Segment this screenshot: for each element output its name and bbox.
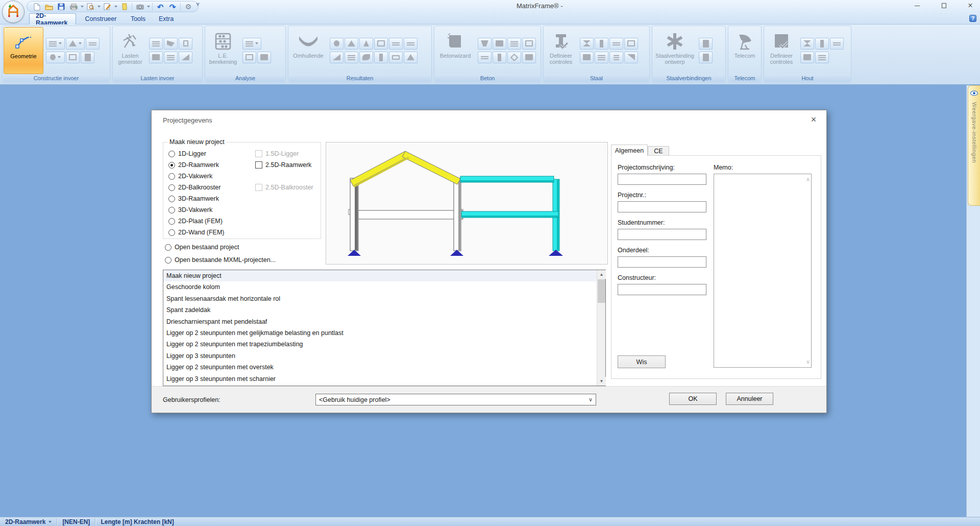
annuleer-button[interactable]: Annuleer xyxy=(726,393,773,405)
list-item[interactable]: Ligger op 3 steunpunten met scharnier xyxy=(163,373,597,385)
stress-icon xyxy=(348,54,355,60)
ribbon-group-lasten-invoer: Lasten generator Lasten invoer xyxy=(112,26,203,83)
print-preview-dropdown-icon[interactable] xyxy=(97,6,101,8)
radio-2d-plaat-fem[interactable]: 2D-Plaat (FEM) xyxy=(168,217,223,225)
close-button[interactable]: × xyxy=(964,1,977,10)
tab-extra[interactable]: Extra xyxy=(152,13,180,25)
dialog-close-icon[interactable]: × xyxy=(807,113,820,126)
radio-2d-raamwerk[interactable]: 2D-Raamwerk xyxy=(168,161,219,169)
script-icon[interactable] xyxy=(118,2,130,12)
scroll-up-icon[interactable]: ▲ xyxy=(597,270,606,279)
reaction-icon xyxy=(334,40,339,46)
radio-open-bestaand-project[interactable]: Open bestaand project xyxy=(165,243,239,251)
radio-2d-vakwerk[interactable]: 2D-Vakwerk xyxy=(168,172,212,180)
radio-2d-wand-fem[interactable]: 2D-Wand (FEM) xyxy=(168,228,225,236)
wis-button[interactable]: Wis xyxy=(618,355,666,368)
ribbon-group-analyse: L.E. berekening Analyse xyxy=(205,26,286,83)
new-document-icon[interactable] xyxy=(31,2,42,12)
radio-3d-vakwerk[interactable]: 3D-Vakwerk xyxy=(168,206,212,214)
tab-construeer[interactable]: Construeer xyxy=(79,13,122,25)
small-tool-button xyxy=(164,38,178,50)
projectnr-field[interactable] xyxy=(618,201,706,212)
print-preview-icon[interactable] xyxy=(85,2,96,12)
memo-scroll-up-icon[interactable]: ∧ xyxy=(806,176,810,183)
memo-scroll-down-icon[interactable]: ∨ xyxy=(806,358,810,365)
group-label: Staal xyxy=(544,74,649,82)
edit-report-dropdown-icon[interactable] xyxy=(114,6,117,8)
scrollbar-thumb[interactable] xyxy=(598,279,605,303)
list-item[interactable]: Maak nieuw project xyxy=(163,270,597,281)
curve-a-icon xyxy=(392,42,400,45)
small-tool-button xyxy=(179,52,192,63)
radio-2d-balkrooster[interactable]: 2D-Balkrooster xyxy=(168,183,220,192)
radio-icon xyxy=(165,244,172,251)
save-icon[interactable] xyxy=(56,2,67,12)
constructeur-field[interactable] xyxy=(618,284,706,295)
maximize-button[interactable] xyxy=(937,1,950,10)
telecom-button: Telecom xyxy=(730,27,760,74)
small-tool-button xyxy=(330,52,344,63)
geometry-line-icon xyxy=(15,31,32,53)
radio-open-mxml-projecten[interactable]: Open bestaande MXML-projecten... xyxy=(165,256,276,264)
print-dropdown-icon[interactable] xyxy=(81,6,84,8)
list-item[interactable]: Spant lessenaarsdak met horizontale rol xyxy=(163,293,597,304)
list-item[interactable]: Ligger op 3 steunpunten xyxy=(163,350,597,362)
dialog-title: Projectgegevens xyxy=(163,116,212,124)
lasten-generator-button: Lasten generator xyxy=(114,27,146,74)
projectomschrijving-field[interactable] xyxy=(618,174,706,185)
weergave-instellingen-tab[interactable]: Weergave-instellingen xyxy=(968,85,980,206)
list-item[interactable]: Ligger op 2 steunpunten met trapeziumbel… xyxy=(163,339,597,350)
memo-field[interactable]: ∧ ∨ xyxy=(714,174,812,368)
node-check-icon xyxy=(510,53,519,61)
geometrie-button[interactable]: Geometrie xyxy=(4,27,43,74)
small-tool-button xyxy=(624,38,638,50)
radio-icon xyxy=(168,207,175,213)
settings-gear-icon[interactable]: ⚙ xyxy=(183,2,194,12)
list-item[interactable]: Geschoorde kolom xyxy=(163,281,597,293)
edit-report-icon[interactable] xyxy=(102,2,113,12)
small-tool-button xyxy=(404,52,418,63)
radio-1d-ligger[interactable]: 1D-Ligger xyxy=(168,150,206,158)
checkbox-icon xyxy=(255,161,262,169)
tab-ce[interactable]: CE xyxy=(648,146,669,156)
radio-3d-raamwerk[interactable]: 3D-Raamwerk xyxy=(168,195,219,203)
undo-icon[interactable]: ↶ xyxy=(155,2,166,12)
omhullende-button: Omhullende xyxy=(289,27,327,74)
snapshot-camera-icon[interactable] xyxy=(134,2,145,12)
print-icon[interactable] xyxy=(68,2,79,12)
tab-2d-raamwerk[interactable]: 2D-Raamwerk xyxy=(29,13,76,25)
load-generator-icon xyxy=(121,30,139,53)
member-types-icon xyxy=(49,40,57,46)
group-label: Staalverbindingen xyxy=(653,74,725,82)
snapshot-dropdown-icon[interactable] xyxy=(147,6,150,8)
status-project-type-dropdown[interactable]: 2D-Raamwerk xyxy=(0,517,57,526)
small-tool-button xyxy=(46,52,65,63)
open-folder-icon[interactable] xyxy=(43,2,55,12)
small-tool-button xyxy=(800,38,814,50)
profile-icon xyxy=(481,56,488,59)
checkbox-2-5d-raamwerk[interactable]: 2.5D-Raamwerk xyxy=(255,161,311,169)
onderdeel-field[interactable] xyxy=(618,256,706,268)
help-icon[interactable]: ? xyxy=(969,15,976,22)
list-item[interactable]: Ligger op 2 steunpunten met gelijkmatige… xyxy=(163,327,597,339)
redo-icon[interactable]: ↷ xyxy=(167,2,178,12)
list-item[interactable]: Spant zadeldak xyxy=(163,304,597,316)
list-item[interactable]: Ligger op 2 steunpunten met overstek xyxy=(163,362,597,373)
tab-tools[interactable]: Tools xyxy=(124,13,152,25)
plate-icon xyxy=(85,54,91,61)
minimize-button[interactable] xyxy=(911,1,924,10)
ok-button[interactable]: OK xyxy=(669,393,717,405)
tab-algemeen[interactable]: Algemeen xyxy=(611,145,648,156)
qat-more-icon[interactable]: ▾ xyxy=(196,3,200,6)
list-item[interactable]: Driescharnierspant met pendelstaaf xyxy=(163,316,597,327)
ribbon-tab-row: 2D-Raamwerk Construeer Tools Extra ? xyxy=(0,13,980,25)
gebruikersprofielen-combobox[interactable]: <Gebruik huidige profiel> ∨ xyxy=(315,394,596,405)
steel-arrows-icon xyxy=(627,54,635,60)
studentnummer-field[interactable] xyxy=(618,229,706,240)
steel-types-icon xyxy=(614,54,619,60)
window-controls: × xyxy=(911,1,977,10)
scroll-down-icon[interactable]: ▼ xyxy=(597,377,606,386)
small-tool-button xyxy=(66,38,85,50)
mobile-load-icon xyxy=(183,40,188,46)
list-scrollbar[interactable]: ▲ ▼ xyxy=(597,270,605,386)
